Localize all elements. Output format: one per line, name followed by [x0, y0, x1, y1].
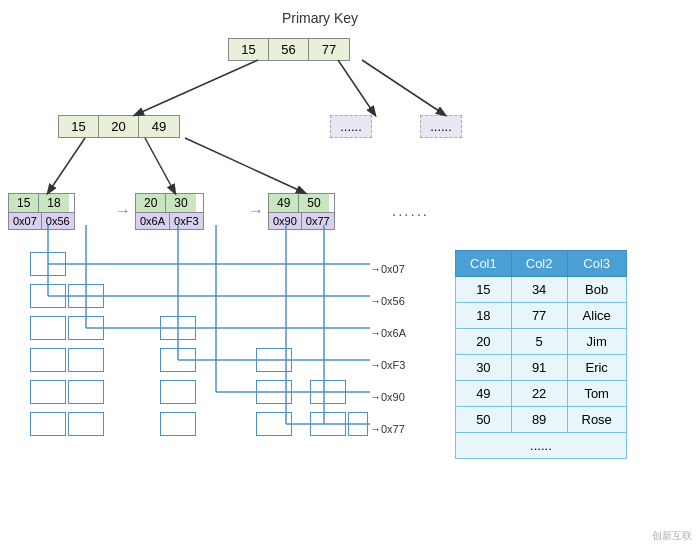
- leaf1-bot-1: 0x07: [9, 213, 42, 229]
- ptr-r6-c4: [256, 412, 292, 436]
- primary-key-label: Primary Key: [240, 10, 400, 26]
- table-dots: ......: [456, 433, 627, 459]
- table-row: 50 89 Rose: [456, 407, 627, 433]
- l2-node-1: 15 20 49: [58, 115, 180, 138]
- table-row: 49 22 Tom: [456, 381, 627, 407]
- data-table: Col1 Col2 Col3 15 34 Bob 18 77 Alice 20 …: [455, 250, 627, 459]
- cell-r3-c2: 5: [511, 329, 567, 355]
- ptr-r2-c1: [30, 284, 66, 308]
- addr-0x90: →0x90: [370, 391, 405, 403]
- table-row: 20 5 Jim: [456, 329, 627, 355]
- table-row-dots: ......: [456, 433, 627, 459]
- svg-line-1: [338, 60, 375, 115]
- leaf3-top-2: 50: [299, 194, 328, 212]
- dots-leaf-row: ......: [392, 202, 429, 219]
- ptr-r3-c3: [160, 316, 196, 340]
- l2-1-cell-3: 49: [139, 116, 179, 137]
- leaf-node-1: 15 18 0x07 0x56: [8, 193, 75, 230]
- cell-r4-c2: 91: [511, 355, 567, 381]
- root-node: 15 56 77: [228, 38, 350, 61]
- ptr-r1-c1: [30, 252, 66, 276]
- leaf3-top-1: 49: [269, 194, 299, 212]
- ptr-r5-c5: [310, 380, 346, 404]
- table-row: 15 34 Bob: [456, 277, 627, 303]
- table-row: 30 91 Eric: [456, 355, 627, 381]
- ptr-r5-c2: [68, 380, 104, 404]
- cell-r1-c2: 34: [511, 277, 567, 303]
- l2-node-3: ......: [420, 115, 462, 138]
- l2-3-cell-1: ......: [421, 116, 461, 137]
- table-row: 18 77 Alice: [456, 303, 627, 329]
- ptr-r6-c6: [348, 412, 368, 436]
- cell-r3-c3: Jim: [567, 329, 626, 355]
- cell-r1-c3: Bob: [567, 277, 626, 303]
- ptr-r2-c2: [68, 284, 104, 308]
- leaf2-top-1: 20: [136, 194, 166, 212]
- leaf2-bot-1: 0x6A: [136, 213, 170, 229]
- svg-line-3: [48, 138, 85, 193]
- cell-r6-c1: 50: [456, 407, 512, 433]
- ptr-r4-c4: [256, 348, 292, 372]
- cell-r5-c1: 49: [456, 381, 512, 407]
- ptr-r6-c5: [310, 412, 346, 436]
- svg-line-0: [135, 60, 258, 115]
- leaf1-bot-2: 0x56: [42, 213, 74, 229]
- ptr-r6-c1: [30, 412, 66, 436]
- col1-header: Col1: [456, 251, 512, 277]
- svg-line-2: [362, 60, 445, 115]
- l2-1-cell-2: 20: [99, 116, 139, 137]
- ptr-r3-c1: [30, 316, 66, 340]
- leaf-node-3: 49 50 0x90 0x77: [268, 193, 335, 230]
- cell-r5-c2: 22: [511, 381, 567, 407]
- ptr-r3-c2: [68, 316, 104, 340]
- svg-line-5: [185, 138, 305, 193]
- col2-header: Col2: [511, 251, 567, 277]
- leaf3-bot-2: 0x77: [302, 213, 334, 229]
- addr-0xF3: →0xF3: [370, 359, 405, 371]
- cell-r2-c1: 18: [456, 303, 512, 329]
- ptr-r6-c2: [68, 412, 104, 436]
- ptr-r4-c1: [30, 348, 66, 372]
- watermark: 创新互联: [652, 529, 692, 543]
- addr-0x56: →0x56: [370, 295, 405, 307]
- cell-r6-c3: Rose: [567, 407, 626, 433]
- col3-header: Col3: [567, 251, 626, 277]
- addr-0x07: →0x07: [370, 263, 405, 275]
- cell-r1-c1: 15: [456, 277, 512, 303]
- leaf1-arrow: →: [115, 202, 131, 220]
- ptr-r6-c3: [160, 412, 196, 436]
- ptr-r4-c3: [160, 348, 196, 372]
- leaf3-bot-1: 0x90: [269, 213, 302, 229]
- cell-r4-c3: Eric: [567, 355, 626, 381]
- l2-2-cell-1: ......: [331, 116, 371, 137]
- ptr-r4-c2: [68, 348, 104, 372]
- root-cell-2: 56: [269, 39, 309, 60]
- cell-r3-c1: 20: [456, 329, 512, 355]
- leaf2-top-2: 30: [166, 194, 195, 212]
- l2-1-cell-1: 15: [59, 116, 99, 137]
- cell-r6-c2: 89: [511, 407, 567, 433]
- root-cell-1: 15: [229, 39, 269, 60]
- leaf2-bot-2: 0xF3: [170, 213, 202, 229]
- addr-0x6A: →0x6A: [370, 327, 406, 339]
- root-cell-3: 77: [309, 39, 349, 60]
- cell-r2-c2: 77: [511, 303, 567, 329]
- ptr-r5-c4: [256, 380, 292, 404]
- ptr-r5-c3: [160, 380, 196, 404]
- svg-line-4: [145, 138, 175, 193]
- cell-r4-c1: 30: [456, 355, 512, 381]
- leaf1-top-1: 15: [9, 194, 39, 212]
- l2-node-2: ......: [330, 115, 372, 138]
- ptr-r5-c1: [30, 380, 66, 404]
- cell-r5-c3: Tom: [567, 381, 626, 407]
- leaf-node-2: 20 30 0x6A 0xF3: [135, 193, 204, 230]
- leaf1-top-2: 18: [39, 194, 68, 212]
- leaf2-arrow: →: [248, 202, 264, 220]
- cell-r2-c3: Alice: [567, 303, 626, 329]
- diagram: Primary Key 15 56 77 15 20 49 ...... ...…: [0, 0, 700, 551]
- addr-0x77: →0x77: [370, 423, 405, 435]
